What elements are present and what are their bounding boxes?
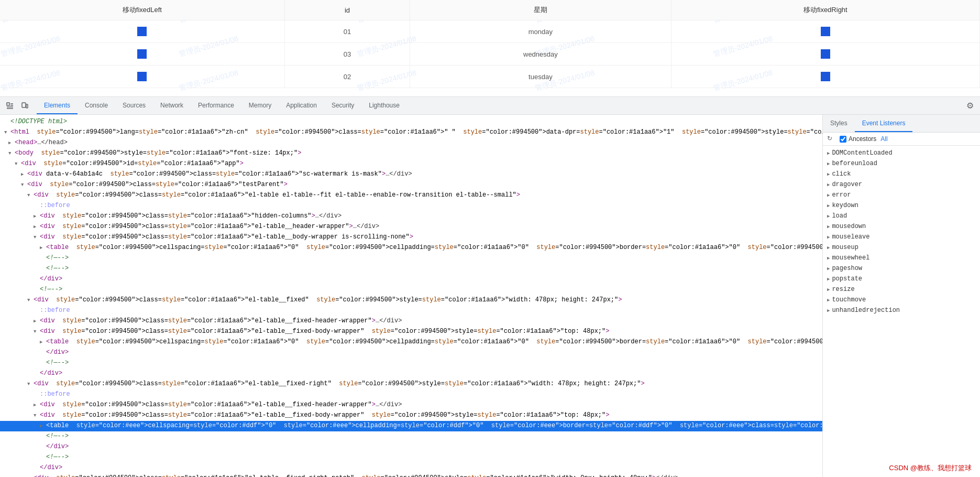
expand-icon[interactable] bbox=[27, 190, 32, 200]
expand-icon[interactable] bbox=[40, 243, 45, 253]
html-line[interactable]: <head>…</head> bbox=[0, 138, 822, 148]
devtools-tab-console[interactable]: Console bbox=[78, 97, 115, 114]
html-line[interactable]: <html style="color:#994500">lang=style="… bbox=[0, 127, 822, 138]
expand-icon[interactable] bbox=[34, 222, 39, 232]
expand-icon[interactable] bbox=[34, 232, 39, 242]
html-line[interactable]: <!DOCTYPE html> bbox=[0, 117, 822, 127]
html-line[interactable]: <!—--> bbox=[0, 431, 822, 442]
event-expand-icon[interactable]: ▶ bbox=[827, 276, 830, 282]
event-expand-icon[interactable]: ▶ bbox=[827, 255, 830, 261]
event-item[interactable]: ▶beforeunload bbox=[823, 158, 980, 169]
device-icon[interactable] bbox=[19, 100, 30, 112]
html-line[interactable]: ::before bbox=[0, 306, 822, 316]
event-expand-icon[interactable]: ▶ bbox=[827, 213, 830, 219]
html-line[interactable]: </div> bbox=[0, 274, 822, 285]
html-line[interactable]: <div style="color:#994500">class=style="… bbox=[0, 295, 822, 306]
html-line[interactable]: <div style="color:#994500">class=style="… bbox=[0, 410, 822, 421]
settings-icon[interactable]: ⚙ bbox=[964, 100, 976, 112]
html-line[interactable]: <!—--> bbox=[0, 285, 822, 295]
expand-icon[interactable] bbox=[8, 148, 14, 158]
html-line[interactable]: <!—--> bbox=[0, 264, 822, 274]
event-expand-icon[interactable]: ▶ bbox=[827, 161, 830, 167]
html-line[interactable]: <div style="color:#994500">class=style="… bbox=[0, 316, 822, 327]
expand-icon[interactable] bbox=[40, 337, 45, 347]
event-item[interactable]: ▶load bbox=[823, 211, 980, 221]
event-item[interactable]: ▶click bbox=[823, 169, 980, 179]
devtools-tab-application[interactable]: Application bbox=[279, 97, 324, 114]
event-expand-icon[interactable]: ▶ bbox=[827, 234, 830, 240]
event-expand-icon[interactable]: ▶ bbox=[827, 182, 830, 188]
expand-icon[interactable] bbox=[15, 159, 20, 169]
html-line[interactable]: </div> bbox=[0, 348, 822, 358]
event-item[interactable]: ▶mouseup bbox=[823, 242, 980, 253]
event-expand-icon[interactable]: ▶ bbox=[827, 266, 830, 272]
html-line[interactable]: <!—--> bbox=[0, 452, 822, 463]
expand-icon[interactable] bbox=[40, 421, 45, 431]
expand-icon[interactable] bbox=[34, 327, 39, 337]
html-line[interactable]: ::before bbox=[0, 201, 822, 211]
html-line[interactable]: <body style="color:#994500">style=style=… bbox=[0, 148, 822, 159]
expand-icon[interactable] bbox=[34, 410, 39, 420]
event-item[interactable]: ▶error bbox=[823, 190, 980, 200]
expand-icon[interactable] bbox=[27, 379, 32, 389]
html-line[interactable]: </div> bbox=[0, 463, 822, 473]
html-line[interactable]: ::before bbox=[0, 389, 822, 400]
expand-icon[interactable] bbox=[8, 138, 14, 148]
event-item[interactable]: ▶mousedown bbox=[823, 221, 980, 232]
html-line[interactable]: <div style="color:#994500">class=style="… bbox=[0, 379, 822, 389]
html-line[interactable]: <table style="color:#eee">cellspacing=st… bbox=[0, 421, 822, 431]
event-expand-icon[interactable]: ▶ bbox=[827, 224, 830, 230]
event-item[interactable]: ▶mousewheel bbox=[823, 253, 980, 263]
event-item[interactable]: ▶pageshow bbox=[823, 263, 980, 274]
right-panel-tab-event-listeners[interactable]: Event Listeners bbox=[855, 115, 913, 132]
devtools-tab-sources[interactable]: Sources bbox=[115, 97, 153, 114]
html-line[interactable]: <table style="color:#994500">cellspacing… bbox=[0, 337, 822, 348]
event-item[interactable]: ▶dragover bbox=[823, 179, 980, 190]
html-line[interactable]: <div style="color:#994500">class=style="… bbox=[0, 400, 822, 410]
ancestors-checkbox-label[interactable]: Ancestors bbox=[840, 135, 876, 143]
expand-icon[interactable] bbox=[21, 169, 26, 179]
right-panel-tab-styles[interactable]: Styles bbox=[823, 115, 855, 132]
html-line[interactable]: </div> bbox=[0, 368, 822, 379]
expand-icon[interactable] bbox=[27, 295, 32, 305]
html-panel[interactable]: <!DOCTYPE html><html style="color:#99450… bbox=[0, 115, 823, 477]
event-item[interactable]: ▶popstate bbox=[823, 274, 980, 284]
html-line[interactable]: <div data-v-64ab1a4c style="color:#99450… bbox=[0, 169, 822, 180]
event-expand-icon[interactable]: ▶ bbox=[827, 150, 830, 156]
event-expand-icon[interactable]: ▶ bbox=[827, 245, 830, 251]
html-line[interactable]: <div style="color:#994500">class=style="… bbox=[0, 232, 822, 243]
devtools-tab-security[interactable]: Security bbox=[324, 97, 361, 114]
devtools-tab-elements[interactable]: Elements bbox=[37, 97, 78, 114]
devtools-tab-lighthouse[interactable]: Lighthouse bbox=[361, 97, 407, 114]
devtools-tab-memory[interactable]: Memory bbox=[241, 97, 279, 114]
expand-icon[interactable] bbox=[34, 316, 39, 326]
event-item[interactable]: ▶touchmove bbox=[823, 295, 980, 305]
devtools-tab-performance[interactable]: Performance bbox=[191, 97, 241, 114]
event-expand-icon[interactable]: ▶ bbox=[827, 297, 830, 303]
html-line[interactable]: <div style="color:#994500">class=style="… bbox=[0, 473, 822, 477]
inspector-icon[interactable] bbox=[4, 100, 16, 112]
html-line[interactable]: <div style="color:#994500">id=style="col… bbox=[0, 159, 822, 169]
expand-icon[interactable] bbox=[34, 211, 39, 221]
expand-icon[interactable] bbox=[34, 400, 39, 410]
event-expand-icon[interactable]: ▶ bbox=[827, 171, 830, 177]
ancestors-checkbox[interactable] bbox=[840, 136, 846, 143]
event-item[interactable]: ▶DOMContentLoaded bbox=[823, 148, 980, 158]
html-line[interactable]: <!—--> bbox=[0, 358, 822, 368]
html-line[interactable]: <div style="color:#994500">class=style="… bbox=[0, 222, 822, 232]
event-item[interactable]: ▶resize bbox=[823, 284, 980, 295]
html-line[interactable]: <div style="color:#994500">class=style="… bbox=[0, 190, 822, 201]
html-line[interactable]: <table style="color:#994500">cellspacing… bbox=[0, 243, 822, 253]
event-expand-icon[interactable]: ▶ bbox=[827, 203, 830, 209]
event-item[interactable]: ▶keydown bbox=[823, 200, 980, 211]
html-line[interactable]: <div style="color:#994500">class=style="… bbox=[0, 180, 822, 190]
html-line[interactable]: <!—--> bbox=[0, 253, 822, 264]
event-expand-icon[interactable]: ▶ bbox=[827, 192, 830, 198]
event-item[interactable]: ▶unhandledrejection bbox=[823, 305, 980, 316]
refresh-icon[interactable]: ↻ bbox=[827, 135, 835, 143]
event-expand-icon[interactable]: ▶ bbox=[827, 308, 830, 313]
all-label[interactable]: All bbox=[880, 135, 887, 143]
event-expand-icon[interactable]: ▶ bbox=[827, 287, 830, 292]
event-item[interactable]: ▶mouseleave bbox=[823, 232, 980, 242]
devtools-tab-network[interactable]: Network bbox=[153, 97, 191, 114]
